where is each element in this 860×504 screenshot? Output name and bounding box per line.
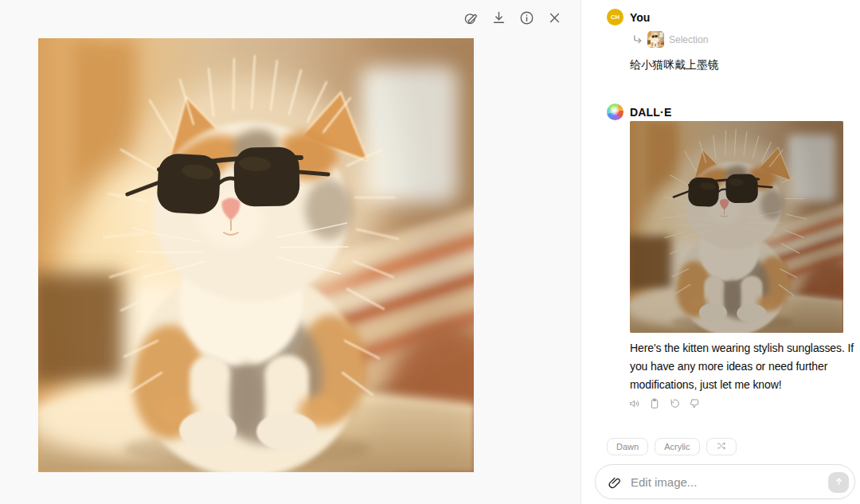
send-button[interactable] [828,472,849,493]
copy-icon[interactable] [648,397,662,410]
thumbnail-overlay [630,121,843,333]
paperclip-icon[interactable] [607,475,623,490]
arrow-up-icon [833,475,845,490]
edited-image[interactable] [38,38,474,472]
image-toolbar [461,8,564,27]
chat-panel: CH You Selection 给小猫咪戴上墨镜 DALL·E Here's … [581,0,860,504]
assistant-message: Here's the kitten wearing stylish sungla… [630,339,856,394]
composer-bar [595,464,855,499]
selection-thumbnail [647,31,664,48]
read-aloud-icon[interactable] [628,397,642,410]
select-icon[interactable] [461,8,480,27]
selection-reference[interactable]: Selection [632,31,708,48]
dalle-editor-window: CH You Selection 给小猫咪戴上墨镜 DALL·E Here's … [0,0,860,504]
style-chips-row: Dawn Acrylic [607,438,737,455]
reply-arrow-icon [632,34,643,45]
message-actions [628,397,702,410]
style-chip-acrylic[interactable]: Acrylic [655,438,699,455]
shuffle-style-chip[interactable] [706,438,737,455]
user-avatar-initials: CH [611,14,620,21]
download-icon[interactable] [489,8,508,27]
dalle-sender-name: DALL·E [630,106,672,119]
user-sender-name: You [630,11,650,24]
info-icon[interactable] [517,8,536,27]
shuffle-icon [716,440,727,453]
style-chip-dawn[interactable]: Dawn [607,438,648,455]
dalle-avatar [607,104,624,120]
edit-image-input[interactable] [631,465,818,498]
generated-image-thumbnail[interactable] [630,121,843,333]
thumbs-down-icon[interactable] [688,397,702,410]
selection-label: Selection [669,34,708,45]
user-message: 给小猫咪戴上墨镜 [630,58,719,72]
regenerate-icon[interactable] [668,397,682,410]
user-avatar: CH [607,9,624,25]
image-canvas-panel [0,0,581,504]
close-icon[interactable] [545,8,564,27]
